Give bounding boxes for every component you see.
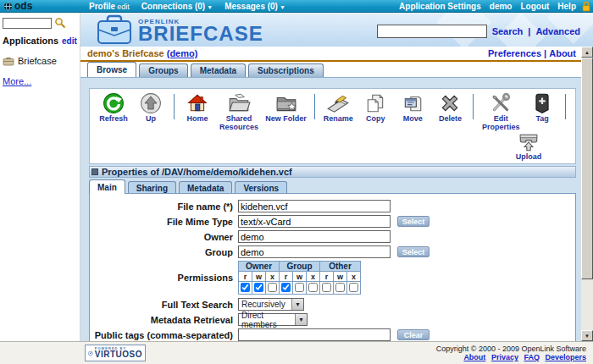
public-tags-input[interactable] — [238, 328, 391, 341]
profile-edit-link[interactable]: edit — [117, 3, 130, 11]
file-name-row: File name (*) — [90, 200, 575, 212]
tool-label: Home — [187, 115, 208, 124]
perm-other-w-checkbox[interactable] — [335, 283, 345, 292]
vertical-scrollbar[interactable]: ▲ ▼ — [581, 47, 593, 341]
properties-title: Properties of /DAV/home/demo/kidehen.vcf — [102, 167, 292, 177]
full-text-search-select[interactable]: Recursively ▼ — [238, 298, 304, 311]
perm-other-x-checkbox[interactable] — [349, 283, 358, 292]
sidebar-search-input[interactable] — [3, 18, 52, 29]
public-tags-label: Public tags (comma-separated) — [90, 330, 238, 340]
owner-input[interactable] — [238, 230, 391, 243]
home-button[interactable]: Home — [179, 92, 216, 124]
copyright-text: Copyright © 2000 - 2009 OpenLink Softwar… — [436, 345, 586, 353]
perm-group-r-checkbox[interactable] — [281, 283, 291, 292]
footer-links: About Privacy FAQ Developers — [436, 353, 586, 361]
refresh-button[interactable]: Refresh — [95, 92, 132, 124]
toolbar-divider — [473, 94, 474, 119]
topbar-session: Application Settings demo Logout Help — [399, 2, 576, 11]
delete-x-icon — [439, 92, 461, 114]
banner-search-input[interactable] — [377, 25, 487, 38]
sidebar-item-briefcase[interactable]: Briefcase — [3, 56, 77, 66]
file-name-input[interactable] — [238, 200, 391, 212]
metadata-retrieval-row: Metadata Retrieval Direct members ▼ — [90, 313, 575, 326]
briefcase-icon — [3, 57, 14, 66]
top-bar: ods Profileedit Connections (0)▼ Message… — [0, 0, 593, 13]
tab-prop-metadata[interactable]: Metadata — [179, 181, 232, 194]
tab-metadata[interactable]: Metadata — [191, 63, 246, 77]
perm-bit: x — [266, 272, 280, 282]
owner-row: Owner — [90, 230, 575, 243]
profile-link[interactable]: Profile — [89, 2, 115, 11]
tag-button[interactable]: Tag — [524, 92, 561, 124]
applications-heading: Applicationsedit — [3, 36, 77, 46]
help-link[interactable]: Help — [557, 2, 576, 11]
applications-edit-link[interactable]: edit — [62, 36, 77, 46]
breadcrumb-user-link[interactable]: (demo) — [167, 48, 198, 58]
profile-menu[interactable]: Profileedit — [89, 2, 130, 11]
more-link[interactable]: More... — [3, 76, 31, 86]
connections-menu[interactable]: Connections (0)▼ — [141, 2, 213, 11]
messages-link[interactable]: Messages (0) — [224, 2, 278, 11]
refresh-icon — [103, 92, 125, 114]
perm-owner-x-checkbox[interactable] — [268, 283, 277, 292]
search-link[interactable]: Search — [492, 26, 524, 36]
up-button[interactable]: Up — [132, 92, 169, 124]
tab-main[interactable]: Main — [89, 179, 125, 194]
move-button[interactable]: Move — [394, 92, 431, 124]
about-link[interactable]: About — [549, 48, 576, 58]
connections-link[interactable]: Connections (0) — [141, 2, 206, 11]
sidebar-item-label: Briefcase — [18, 56, 57, 66]
tab-versions[interactable]: Versions — [235, 181, 287, 194]
user-link[interactable]: demo — [490, 2, 513, 11]
group-select-button[interactable]: Select — [397, 246, 430, 257]
perm-bit: r — [280, 272, 293, 282]
messages-menu[interactable]: Messages (0)▼ — [224, 2, 285, 11]
perm-group-w-checkbox[interactable] — [295, 283, 304, 292]
preferences-link[interactable]: Preferences — [488, 48, 541, 58]
mime-select-button[interactable]: Select — [397, 216, 430, 227]
scrollbar-thumb[interactable] — [581, 58, 593, 279]
perm-group-x-checkbox[interactable] — [308, 283, 318, 292]
shared-folder-icon — [227, 92, 251, 114]
logout-link[interactable]: Logout — [520, 2, 549, 11]
virtuoso-logo[interactable]: POWERED BY VIRTUOSO — [85, 345, 146, 361]
search-icon[interactable] — [54, 17, 66, 29]
metadata-retrieval-select[interactable]: Direct members ▼ — [238, 313, 308, 326]
toolbar-divider — [174, 94, 175, 119]
permissions-label: Permissions — [90, 261, 238, 283]
perm-owner-r-checkbox[interactable] — [241, 283, 250, 292]
briefcase-logo-icon — [96, 14, 133, 45]
perm-other-r-checkbox[interactable] — [322, 283, 331, 292]
perm-group-group: Group — [280, 262, 320, 272]
delete-button[interactable]: Delete — [431, 92, 468, 124]
group-input[interactable] — [238, 245, 391, 258]
tab-subscriptions[interactable]: Subscriptions — [248, 63, 324, 77]
new-folder-button[interactable]: New Folder — [262, 92, 310, 124]
properties-form: File name (*) File Mime Type Select Owne… — [89, 193, 576, 341]
scroll-down-button[interactable]: ▼ — [581, 330, 593, 341]
application-settings-link[interactable]: Application Settings — [399, 2, 481, 11]
footer-developers-link[interactable]: Developers — [545, 353, 586, 361]
tags-clear-button[interactable]: Clear — [397, 329, 430, 340]
perm-owner-w-checkbox[interactable] — [254, 283, 263, 292]
tool-label: Refresh — [99, 115, 128, 124]
ods-logo[interactable]: ods — [3, 0, 32, 12]
footer-faq-link[interactable]: FAQ — [524, 353, 540, 361]
edit-properties-button[interactable]: Edit Properties — [478, 92, 524, 132]
perm-bit: w — [252, 272, 266, 282]
tab-sharing[interactable]: Sharing — [128, 181, 176, 194]
permissions-table: Owner Group Other r w x r w x r w — [238, 261, 361, 295]
tab-groups[interactable]: Groups — [139, 63, 188, 77]
copy-button[interactable]: Copy — [357, 92, 394, 124]
upload-button[interactable]: Upload — [509, 132, 548, 162]
rename-button[interactable]: Rename — [319, 92, 357, 124]
scroll-up-button[interactable]: ▲ — [581, 47, 593, 58]
full-text-search-label: Full Text Search — [90, 300, 238, 310]
shared-resources-button[interactable]: Shared Resources — [216, 92, 262, 132]
main-column: OPENLINK BRIEFCASE Search | Advanced dem… — [80, 13, 593, 341]
advanced-search-link[interactable]: Advanced — [535, 26, 580, 36]
footer-about-link[interactable]: About — [463, 353, 485, 361]
footer-privacy-link[interactable]: Privacy — [491, 353, 518, 361]
mime-type-input[interactable] — [238, 215, 391, 228]
tab-browse[interactable]: Browse — [87, 62, 136, 77]
